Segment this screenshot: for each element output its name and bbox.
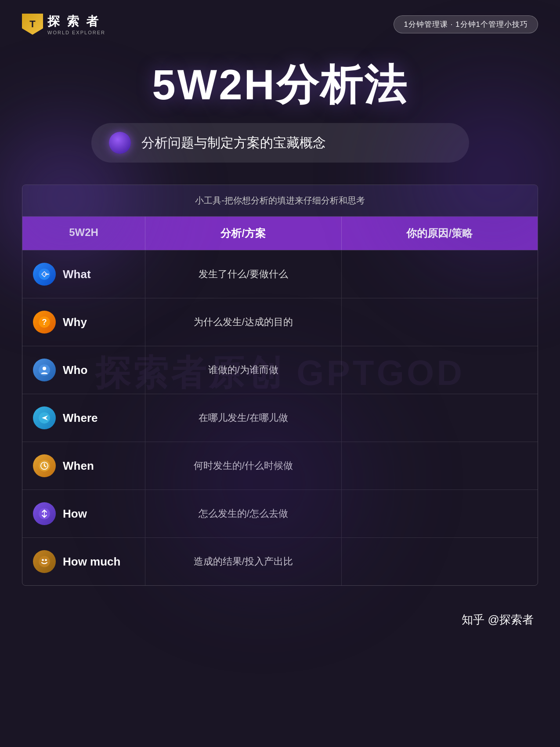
- what-icon: [33, 263, 56, 286]
- row-label-text-when: When: [63, 459, 94, 473]
- row-analysis-why: 为什么发生/达成的目的: [145, 298, 342, 346]
- col-header-5w2h: 5W2H: [22, 217, 145, 250]
- howmuch-icon: [33, 550, 56, 573]
- row-label-how: How: [22, 490, 145, 537]
- row-strategy-who: [342, 346, 538, 394]
- row-label-text-howmuch: How much: [63, 555, 120, 569]
- row-analysis-who: 谁做的/为谁而做: [145, 346, 342, 394]
- row-label-text-what: What: [63, 268, 91, 281]
- logo: T 探 索 者 WORLD EXPLORER: [22, 13, 105, 35]
- table-row: ? Why 为什么发生/达成的目的: [22, 298, 538, 346]
- how-icon: [33, 502, 56, 525]
- table-row: How much 造成的结果/投入产出比: [22, 537, 538, 585]
- why-icon: ?: [33, 311, 56, 334]
- table-row: What 发生了什么/要做什么: [22, 250, 538, 298]
- row-label-when: When: [22, 442, 145, 490]
- table-row: Where 在哪儿发生/在哪儿做: [22, 394, 538, 442]
- row-analysis-when: 何时发生的/什么时候做: [145, 442, 342, 490]
- logo-en: WORLD EXPLORER: [47, 30, 105, 35]
- logo-icon: T: [22, 14, 43, 35]
- table-row: When 何时发生的/什么时候做: [22, 442, 538, 490]
- table-hint: 小工具-把你想分析的填进来仔细分析和思考: [22, 185, 538, 217]
- logo-text: 探 索 者 WORLD EXPLORER: [47, 13, 105, 35]
- row-label-where: Where: [22, 394, 145, 442]
- row-strategy-why: [342, 298, 538, 346]
- table-body: What 发生了什么/要做什么 ? Why 为什么发生/达成的目的 Who: [22, 250, 538, 585]
- row-label-why: ? Why: [22, 298, 145, 346]
- row-label-text-how: How: [63, 507, 87, 521]
- row-label-text-who: Who: [63, 363, 87, 377]
- main-table: 小工具-把你想分析的填进来仔细分析和思考 5W2H 分析/方案 你的原因/策略 …: [22, 185, 538, 586]
- svg-text:?: ?: [42, 317, 47, 326]
- table-row: How 怎么发生的/怎么去做: [22, 490, 538, 537]
- table-row: Who 谁做的/为谁而做: [22, 346, 538, 394]
- row-label-text-where: Where: [63, 411, 98, 425]
- who-icon: [33, 359, 56, 381]
- row-strategy-how: [342, 490, 538, 537]
- page-title: 5W2H分析法: [0, 40, 560, 123]
- when-icon: [33, 454, 56, 477]
- row-analysis-howmuch: 造成的结果/投入产出比: [145, 538, 342, 585]
- col-header-analysis: 分析/方案: [145, 217, 342, 250]
- row-label-what: What: [22, 250, 145, 298]
- row-label-who: Who: [22, 346, 145, 394]
- subtitle-box: 分析问题与制定方案的宝藏概念: [91, 123, 469, 163]
- subtitle-text: 分析问题与制定方案的宝藏概念: [141, 134, 326, 152]
- header: T 探 索 者 WORLD EXPLORER 1分钟管理课 · 1分钟1个管理小…: [0, 0, 560, 40]
- row-strategy-when: [342, 442, 538, 490]
- subtitle-orb-icon: [109, 132, 131, 154]
- row-analysis-where: 在哪儿发生/在哪儿做: [145, 394, 342, 442]
- col-header-strategy: 你的原因/策略: [342, 217, 538, 250]
- row-label-howmuch: How much: [22, 538, 145, 585]
- table-header: 5W2H 分析/方案 你的原因/策略: [22, 217, 538, 250]
- row-analysis-how: 怎么发生的/怎么去做: [145, 490, 342, 537]
- row-analysis-what: 发生了什么/要做什么: [145, 250, 342, 298]
- row-label-text-why: Why: [63, 315, 87, 329]
- logo-cn: 探 索 者: [47, 13, 105, 30]
- svg-point-14: [45, 559, 47, 561]
- row-strategy-what: [342, 250, 538, 298]
- row-strategy-where: [342, 394, 538, 442]
- svg-point-13: [42, 559, 44, 561]
- svg-point-12: [39, 556, 50, 567]
- footer: 知乎 @探索者: [0, 603, 560, 645]
- header-badge: 1分钟管理课 · 1分钟1个管理小技巧: [394, 15, 538, 33]
- svg-point-4: [43, 366, 46, 370]
- row-strategy-howmuch: [342, 538, 538, 585]
- where-icon: [33, 406, 56, 429]
